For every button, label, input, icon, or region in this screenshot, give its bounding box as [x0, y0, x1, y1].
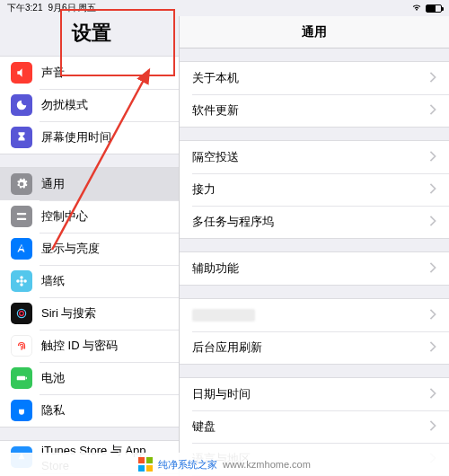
text-size-icon — [11, 238, 32, 260]
sidebar-item-label: 隐私 — [41, 402, 65, 419]
sidebar-item-touchid[interactable]: 触控 ID 与密码 — [0, 330, 179, 362]
gear-icon — [11, 173, 32, 195]
svg-rect-1 — [17, 213, 27, 215]
battery-icon — [11, 367, 32, 389]
detail-item-software-update[interactable]: 软件更新 — [180, 94, 449, 127]
svg-rect-11 — [26, 377, 27, 379]
sidebar-item-general[interactable]: 通用 — [0, 168, 179, 200]
chevron-right-icon — [429, 216, 436, 229]
chevron-right-icon — [429, 388, 436, 401]
sidebar-item-label: 电池 — [41, 370, 65, 386]
sidebar-item-control-center[interactable]: 控制中心 — [0, 200, 179, 233]
sidebar-item-battery[interactable]: 电池 — [0, 362, 179, 394]
siri-icon — [11, 303, 32, 324]
sidebar-item-label: 通用 — [41, 176, 65, 192]
flower-icon — [11, 270, 32, 292]
sidebar-item-label: 勿扰模式 — [41, 97, 88, 113]
status-date: 9月6日 周五 — [48, 2, 96, 14]
sidebar-item-label: 显示与亮度 — [41, 241, 100, 257]
sidebar-item-label: 墙纸 — [41, 273, 65, 289]
detail-item-handoff[interactable]: 接力 — [180, 173, 449, 206]
svg-point-7 — [23, 279, 27, 283]
detail-group-accessibility: 辅助功能 — [180, 251, 449, 286]
detail-item-background-refresh[interactable]: 后台应用刷新 — [180, 331, 449, 364]
chevron-right-icon — [429, 72, 436, 85]
sidebar-item-wallpaper[interactable]: 墙纸 — [0, 265, 179, 297]
status-time: 下午3:21 — [7, 2, 42, 14]
sidebar-item-display[interactable]: 显示与亮度 — [0, 233, 179, 265]
detail-group-airdrop: 隔空投送 接力 多任务与程序坞 — [180, 140, 449, 239]
chevron-right-icon — [429, 262, 436, 276]
sidebar-item-label: 控制中心 — [41, 208, 88, 225]
watermark-bar: 纯净系统之家 www.kzmhome.com — [0, 453, 449, 476]
detail-item-about[interactable]: 关于本机 — [180, 62, 449, 94]
sidebar-item-screentime[interactable]: 屏幕使用时间 — [0, 121, 179, 154]
redacted-label — [192, 309, 255, 322]
svg-point-3 — [20, 279, 23, 283]
chevron-right-icon — [429, 309, 436, 322]
detail-item-redacted[interactable] — [180, 299, 449, 331]
detail-group-about: 关于本机 软件更新 — [180, 61, 449, 128]
sidebar-item-label: Siri 与搜索 — [41, 305, 96, 322]
svg-rect-17 — [146, 457, 153, 463]
detail-item-datetime[interactable]: 日期与时间 — [180, 378, 449, 410]
detail-item-keyboard[interactable]: 键盘 — [180, 410, 449, 443]
svg-point-6 — [16, 279, 20, 283]
svg-rect-10 — [17, 376, 25, 381]
watermark-site: 纯净系统之家 — [158, 458, 217, 472]
watermark-logo-icon — [138, 457, 153, 472]
sidebar-group-2: 通用 控制中心 显示与亮度 墙纸 Siri 与搜索 触控 ID 与密码 — [0, 167, 179, 428]
chevron-right-icon — [429, 183, 436, 197]
sidebar-item-siri[interactable]: Siri 与搜索 — [0, 297, 179, 330]
status-bar: 下午3:21 9月6日 周五 — [0, 0, 449, 16]
sidebar-item-label: 触控 ID 与密码 — [41, 338, 118, 354]
chevron-right-icon — [429, 151, 436, 164]
detail-item-accessibility[interactable]: 辅助功能 — [180, 252, 449, 285]
svg-point-4 — [20, 276, 23, 279]
chevron-right-icon — [429, 104, 436, 118]
battery-icon — [426, 4, 442, 13]
detail-item-airdrop[interactable]: 隔空投送 — [180, 141, 449, 173]
chevron-right-icon — [429, 341, 436, 355]
wifi-icon — [411, 3, 422, 13]
svg-rect-16 — [138, 457, 145, 463]
svg-point-9 — [20, 312, 24, 316]
moon-icon — [11, 94, 32, 116]
svg-point-5 — [20, 283, 23, 286]
detail-group-storage: 后台应用刷新 — [180, 298, 449, 365]
sidebar-item-dnd[interactable]: 勿扰模式 — [0, 89, 179, 121]
sidebar-group-1: 声音 勿扰模式 屏幕使用时间 — [0, 56, 179, 154]
svg-rect-2 — [17, 218, 27, 220]
svg-rect-18 — [138, 465, 145, 472]
fingerprint-icon — [11, 335, 32, 357]
svg-rect-19 — [146, 465, 153, 472]
sidebar-item-label: 声音 — [41, 65, 65, 81]
hourglass-icon — [11, 127, 32, 148]
sound-icon — [11, 62, 32, 84]
switches-icon — [11, 206, 32, 227]
chevron-right-icon — [429, 420, 436, 434]
sidebar-item-sound[interactable]: 声音 — [0, 57, 179, 89]
detail-pane: 通用 关于本机 软件更新 隔空投送 接力 多任务与程序坞 辅助功能 后台应用刷新… — [180, 16, 449, 476]
settings-sidebar: 设置 声音 勿扰模式 屏幕使用时间 通用 控制中心 — [0, 16, 180, 476]
detail-item-multitask[interactable]: 多任务与程序坞 — [180, 206, 449, 238]
watermark-url: www.kzmhome.com — [223, 459, 311, 470]
hand-icon — [11, 400, 32, 421]
sidebar-item-label: 屏幕使用时间 — [41, 129, 111, 145]
sidebar-item-privacy[interactable]: 隐私 — [0, 394, 179, 427]
detail-title: 通用 — [180, 16, 449, 48]
svg-point-8 — [17, 309, 25, 317]
sidebar-title: 设置 — [0, 16, 179, 56]
